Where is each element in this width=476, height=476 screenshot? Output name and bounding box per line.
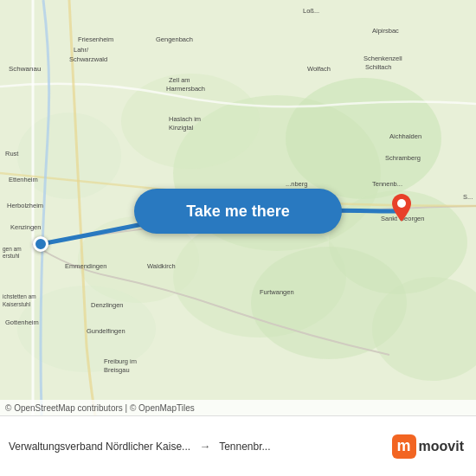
svg-text:Waldkirch: Waldkirch <box>147 262 176 270</box>
map-container: Schwanau Friesenheim Lahr/ Schwarzwald G… <box>0 0 476 415</box>
svg-text:Schiltach: Schiltach <box>365 63 391 71</box>
svg-text:Breisgau: Breisgau <box>104 366 130 374</box>
svg-text:Kenzingen: Kenzingen <box>10 223 41 231</box>
svg-text:Schwanau: Schwanau <box>9 65 41 73</box>
svg-text:Gottenheim: Gottenheim <box>5 318 39 326</box>
svg-text:Schramberg: Schramberg <box>385 154 421 162</box>
svg-text:Gengenbach: Gengenbach <box>156 35 193 43</box>
svg-text:Ettenheim: Ettenheim <box>9 176 38 183</box>
svg-text:Kaiserstuhl: Kaiserstuhl <box>3 301 31 307</box>
moovit-logo-text: moovit <box>419 439 464 454</box>
route-info: Verwaltungsverband Nördlicher Kaise... →… <box>9 440 271 453</box>
svg-text:Schwarzwald: Schwarzwald <box>69 55 107 63</box>
route-arrow: → <box>199 440 210 453</box>
start-marker <box>33 236 48 252</box>
attribution-text: © OpenStreetMap contributors | © OpenMap… <box>5 403 195 413</box>
svg-text:gen am: gen am <box>3 246 22 253</box>
svg-text:Furtwangen: Furtwangen <box>260 288 294 296</box>
svg-text:Freiburg im: Freiburg im <box>104 357 137 365</box>
svg-point-48 <box>397 199 406 208</box>
svg-text:Herbolzheim: Herbolzheim <box>7 202 43 209</box>
svg-text:S...: S... <box>463 193 473 201</box>
svg-text:Rust: Rust <box>5 150 19 158</box>
map-attribution: © OpenStreetMap contributors | © OpenMap… <box>0 400 476 415</box>
svg-text:Zell am: Zell am <box>169 76 190 84</box>
svg-text:Schenkenzell: Schenkenzell <box>363 55 402 62</box>
svg-text:Friesenheim: Friesenheim <box>78 35 113 43</box>
end-marker <box>392 194 411 225</box>
moovit-logo-icon: m <box>392 434 416 459</box>
svg-text:Denzlingen: Denzlingen <box>91 301 124 309</box>
svg-text:...nberg: ...nberg <box>286 180 307 188</box>
svg-text:ichstetten am: ichstetten am <box>3 293 36 299</box>
svg-text:Wolfach: Wolfach <box>307 65 331 73</box>
svg-text:Haslach im: Haslach im <box>169 115 201 123</box>
svg-text:Harmersbach: Harmersbach <box>166 85 205 93</box>
svg-text:Tennenb...: Tennenb... <box>372 180 402 188</box>
moovit-logo: m moovit <box>392 434 464 459</box>
svg-text:Alpirsbac: Alpirsbac <box>372 27 399 35</box>
svg-text:Aichhalden: Aichhalden <box>389 132 421 140</box>
take-me-there-button[interactable]: Take me there <box>134 189 342 234</box>
svg-text:Emmendingen: Emmendingen <box>65 262 106 270</box>
route-to: Tennenbr... <box>219 441 270 453</box>
svg-text:Loß...: Loß... <box>303 7 319 15</box>
svg-text:Kinzigtal: Kinzigtal <box>169 124 194 132</box>
route-from: Verwaltungsverband Nördlicher Kaise... <box>9 441 190 453</box>
svg-text:Gundelfingen: Gundelfingen <box>87 327 125 335</box>
bottom-bar: Verwaltungsverband Nördlicher Kaise... →… <box>0 415 476 476</box>
svg-text:Lahr/: Lahr/ <box>74 46 89 54</box>
svg-text:erstuhl: erstuhl <box>3 253 20 259</box>
